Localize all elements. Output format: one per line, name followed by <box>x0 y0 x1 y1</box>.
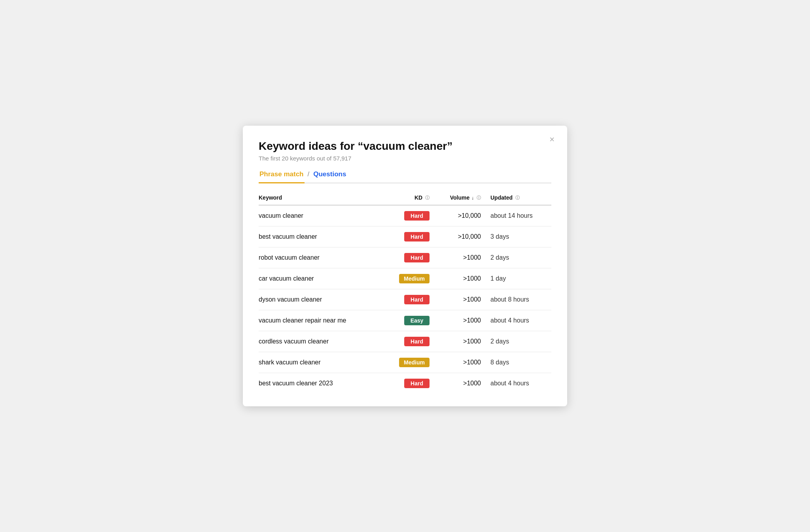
keyword-cell: best vacuum cleaner 2023 <box>259 373 385 394</box>
kd-badge: Hard <box>404 253 430 262</box>
tab-phrase-match[interactable]: Phrase match <box>259 170 305 183</box>
tab-bar: Phrase match / Questions <box>259 170 551 183</box>
col-header-kd: KD ⓘ <box>385 191 433 206</box>
kd-cell: Easy <box>385 310 433 331</box>
tab-questions[interactable]: Questions <box>312 170 347 182</box>
kd-cell: Medium <box>385 352 433 373</box>
kd-cell: Medium <box>385 268 433 289</box>
col-header-keyword: Keyword <box>259 191 385 206</box>
keyword-ideas-modal: × Keyword ideas for “vacuum cleaner” The… <box>243 126 567 407</box>
volume-cell: >1000 <box>433 247 484 268</box>
kd-badge: Easy <box>404 316 430 325</box>
col-header-volume: Volume ↓ ⓘ <box>433 191 484 206</box>
kd-cell: Hard <box>385 289 433 310</box>
table-row: dyson vacuum cleaner Hard >1000 about 8 … <box>259 289 551 310</box>
keyword-cell: robot vacuum cleaner <box>259 247 385 268</box>
tab-separator: / <box>305 170 313 182</box>
volume-cell: >1000 <box>433 373 484 394</box>
keyword-cell: vacuum cleaner <box>259 205 385 226</box>
volume-cell: >10,000 <box>433 226 484 247</box>
updated-cell: 8 days <box>484 352 551 373</box>
updated-cell: 1 day <box>484 268 551 289</box>
kd-info-icon[interactable]: ⓘ <box>425 195 430 201</box>
updated-cell: 2 days <box>484 331 551 352</box>
table-row: best vacuum cleaner Hard >10,000 3 days <box>259 226 551 247</box>
keyword-cell: best vacuum cleaner <box>259 226 385 247</box>
updated-info-icon[interactable]: ⓘ <box>515 195 520 201</box>
kd-badge: Hard <box>404 295 430 304</box>
updated-cell: about 4 hours <box>484 373 551 394</box>
volume-cell: >1000 <box>433 268 484 289</box>
close-button[interactable]: × <box>546 134 558 145</box>
col-header-updated: Updated ⓘ <box>484 191 551 206</box>
modal-subtitle: The first 20 keywords out of 57,917 <box>259 155 551 162</box>
table-row: car vacuum cleaner Medium >1000 1 day <box>259 268 551 289</box>
keyword-cell: vacuum cleaner repair near me <box>259 310 385 331</box>
table-header-row: Keyword KD ⓘ Volume ↓ ⓘ Updated ⓘ <box>259 191 551 206</box>
kd-cell: Hard <box>385 373 433 394</box>
volume-cell: >1000 <box>433 331 484 352</box>
updated-cell: about 14 hours <box>484 205 551 226</box>
keyword-cell: shark vacuum cleaner <box>259 352 385 373</box>
volume-sort-icon[interactable]: ↓ <box>471 195 474 201</box>
keyword-cell: car vacuum cleaner <box>259 268 385 289</box>
volume-cell: >1000 <box>433 352 484 373</box>
kd-badge: Medium <box>399 274 430 283</box>
table-row: cordless vacuum cleaner Hard >1000 2 day… <box>259 331 551 352</box>
volume-cell: >10,000 <box>433 205 484 226</box>
kd-badge: Medium <box>399 358 430 367</box>
kd-badge: Hard <box>404 337 430 346</box>
kd-cell: Hard <box>385 247 433 268</box>
updated-cell: about 4 hours <box>484 310 551 331</box>
kd-badge: Hard <box>404 232 430 241</box>
kd-cell: Hard <box>385 205 433 226</box>
table-row: vacuum cleaner repair near me Easy >1000… <box>259 310 551 331</box>
kd-badge: Hard <box>404 211 430 221</box>
kd-cell: Hard <box>385 226 433 247</box>
updated-cell: 2 days <box>484 247 551 268</box>
table-body: vacuum cleaner Hard >10,000 about 14 hou… <box>259 205 551 394</box>
updated-cell: 3 days <box>484 226 551 247</box>
keyword-cell: dyson vacuum cleaner <box>259 289 385 310</box>
table-row: shark vacuum cleaner Medium >1000 8 days <box>259 352 551 373</box>
volume-info-icon[interactable]: ⓘ <box>477 195 481 201</box>
keyword-cell: cordless vacuum cleaner <box>259 331 385 352</box>
keywords-table: Keyword KD ⓘ Volume ↓ ⓘ Updated ⓘ vacuu <box>259 191 551 394</box>
volume-cell: >1000 <box>433 289 484 310</box>
kd-badge: Hard <box>404 379 430 388</box>
modal-title: Keyword ideas for “vacuum cleaner” <box>259 140 551 153</box>
table-row: vacuum cleaner Hard >10,000 about 14 hou… <box>259 205 551 226</box>
volume-cell: >1000 <box>433 310 484 331</box>
table-row: best vacuum cleaner 2023 Hard >1000 abou… <box>259 373 551 394</box>
kd-cell: Hard <box>385 331 433 352</box>
updated-cell: about 8 hours <box>484 289 551 310</box>
table-row: robot vacuum cleaner Hard >1000 2 days <box>259 247 551 268</box>
